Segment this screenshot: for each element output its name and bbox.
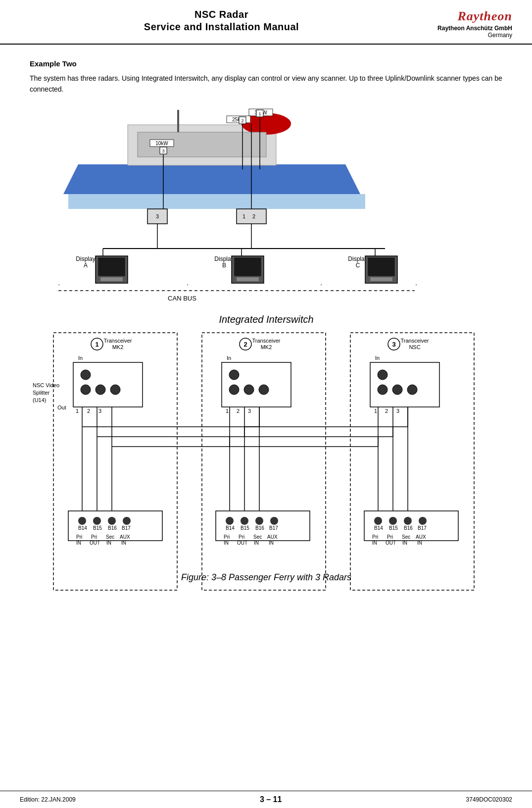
svg-rect-48 — [370, 277, 392, 281]
svg-rect-134 — [370, 362, 439, 407]
svg-point-103 — [229, 385, 239, 395]
svg-text:OUT: OUT — [90, 540, 100, 546]
svg-point-113 — [270, 517, 278, 525]
svg-point-111 — [241, 517, 248, 525]
svg-text:Pri: Pri — [76, 534, 82, 540]
svg-text:B14: B14 — [226, 525, 235, 531]
svg-point-112 — [255, 517, 263, 525]
svg-text:In: In — [375, 355, 380, 361]
svg-point-138 — [407, 385, 417, 395]
svg-point-144 — [389, 517, 397, 525]
svg-point-105 — [259, 385, 269, 395]
svg-text:Integrated Interswitch: Integrated Interswitch — [219, 314, 313, 325]
svg-text:MK2: MK2 — [112, 344, 123, 350]
main-content: Example Two The system has three radars.… — [0, 45, 532, 659]
svg-text:3: 3 — [396, 408, 399, 414]
svg-text:AUX: AUX — [416, 534, 426, 540]
svg-text:2: 2 — [241, 118, 243, 123]
svg-text:B15: B15 — [93, 525, 102, 531]
svg-rect-5 — [177, 110, 179, 132]
svg-point-79 — [108, 517, 116, 525]
company-country: Germany — [488, 32, 512, 39]
svg-point-80 — [123, 517, 131, 525]
svg-text:NSC: NSC — [409, 344, 420, 350]
svg-text:Pri: Pri — [387, 534, 393, 540]
svg-text:': ' — [58, 283, 59, 289]
svg-text:NSC Video: NSC Video — [33, 382, 59, 388]
svg-rect-101 — [222, 362, 291, 407]
svg-point-104 — [244, 385, 254, 395]
svg-text:1: 1 — [226, 408, 229, 414]
svg-text:In: In — [78, 355, 83, 361]
svg-point-135 — [378, 370, 387, 380]
svg-text:Display: Display — [214, 255, 234, 262]
svg-text:IN: IN — [372, 540, 377, 546]
svg-text:B16: B16 — [108, 525, 117, 531]
svg-text:AUX: AUX — [267, 534, 278, 540]
title-main: NSC Radar — [20, 9, 423, 20]
page-footer: Edition: 22.JAN.2009 3 – 11 3749DOC02030… — [0, 791, 532, 808]
svg-text:IN: IN — [402, 540, 407, 546]
svg-text:1: 1 — [242, 213, 245, 219]
svg-text:1: 1 — [258, 111, 261, 116]
footer-edition: Edition: 22.JAN.2009 — [20, 796, 76, 803]
svg-text:MK2: MK2 — [260, 344, 272, 350]
svg-point-69 — [81, 385, 91, 395]
svg-text:': ' — [187, 283, 188, 289]
svg-text:Pri: Pri — [372, 534, 378, 540]
svg-rect-37 — [98, 257, 125, 276]
svg-text:B17: B17 — [269, 525, 278, 531]
svg-point-102 — [229, 370, 239, 380]
svg-text:3: 3 — [98, 408, 101, 414]
header-logo-block: Raytheon Raytheon Anschütz GmbH Germany — [423, 9, 512, 39]
svg-text:Figure: 3–8   Passenger Ferry : Figure: 3–8 Passenger Ferry with 3 Radar… — [181, 572, 351, 582]
svg-text:B16: B16 — [404, 525, 413, 531]
svg-text:In: In — [227, 355, 231, 361]
svg-point-78 — [93, 517, 101, 525]
svg-point-110 — [226, 517, 234, 525]
svg-point-146 — [419, 517, 427, 525]
svg-point-145 — [404, 517, 412, 525]
svg-point-77 — [78, 517, 86, 525]
svg-rect-42 — [234, 257, 261, 276]
footer-doc-number: 3749DOC020302 — [466, 796, 512, 803]
svg-text:C: C — [355, 262, 360, 269]
svg-text:(U14): (U14) — [33, 397, 47, 403]
svg-text:CAN BUS: CAN BUS — [168, 295, 196, 302]
svg-text:Pri: Pri — [91, 534, 97, 540]
svg-text:1: 1 — [95, 341, 98, 348]
svg-text:1: 1 — [76, 408, 79, 414]
svg-rect-25 — [237, 209, 266, 224]
svg-text:IN: IN — [269, 540, 274, 546]
svg-text:3: 3 — [155, 213, 158, 219]
svg-text:IN: IN — [106, 540, 111, 546]
svg-text:OUT: OUT — [237, 540, 247, 546]
svg-point-137 — [392, 385, 402, 395]
header-title-block: NSC Radar Service and Installation Manua… — [20, 9, 423, 33]
svg-text:AUX: AUX — [120, 534, 130, 540]
svg-text:B15: B15 — [241, 525, 249, 531]
section-title: Example Two — [30, 59, 502, 68]
svg-text:3: 3 — [162, 149, 164, 153]
svg-rect-0 — [68, 194, 365, 209]
svg-rect-47 — [368, 257, 395, 276]
svg-text:Transceiver: Transceiver — [103, 338, 132, 344]
svg-rect-38 — [100, 277, 123, 281]
svg-text:Display: Display — [348, 255, 367, 262]
svg-text:B14: B14 — [78, 525, 87, 531]
title-sub: Service and Installation Manual — [20, 21, 423, 33]
svg-text:Out: Out — [57, 404, 66, 410]
svg-text:B: B — [222, 262, 226, 269]
svg-text:3: 3 — [248, 408, 251, 414]
svg-point-143 — [374, 517, 382, 525]
svg-text:B17: B17 — [418, 525, 427, 531]
svg-rect-67 — [73, 362, 143, 407]
svg-text:Display: Display — [76, 255, 95, 262]
svg-marker-1 — [63, 164, 360, 194]
svg-text:2: 2 — [237, 408, 240, 414]
svg-point-68 — [81, 370, 91, 380]
svg-text:IN: IN — [417, 540, 422, 546]
svg-rect-43 — [237, 277, 259, 281]
svg-text:': ' — [416, 283, 417, 289]
svg-text:Splitter: Splitter — [33, 390, 50, 396]
